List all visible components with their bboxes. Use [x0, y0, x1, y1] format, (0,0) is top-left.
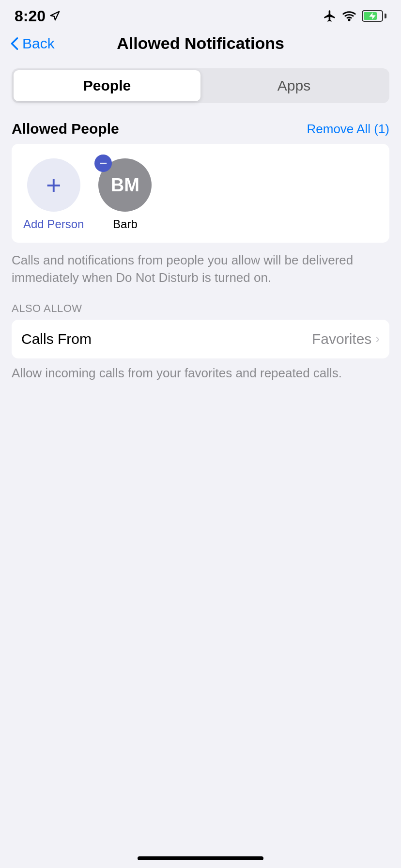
svg-marker-0: [51, 12, 59, 20]
back-chevron-icon: [10, 37, 19, 50]
status-bar: 8:20: [0, 0, 401, 29]
plus-icon: +: [46, 172, 62, 198]
allowed-people-header: Allowed People Remove All (1): [0, 111, 401, 144]
add-person-item: + Add Person: [23, 158, 84, 231]
calls-from-row[interactable]: Calls From Favorites ›: [12, 320, 389, 358]
battery-icon: [362, 10, 386, 22]
allowed-people-title: Allowed People: [12, 121, 119, 137]
back-label: Back: [22, 35, 55, 52]
calls-from-label: Calls From: [21, 331, 92, 347]
airplane-icon: [323, 9, 337, 23]
location-arrow-icon: [49, 11, 60, 21]
calls-from-current-value: Favorites: [312, 331, 371, 347]
remove-all-button[interactable]: Remove All (1): [307, 122, 390, 137]
svg-point-1: [349, 19, 350, 20]
home-indicator: [138, 856, 263, 860]
segment-people-label: People: [83, 78, 131, 94]
contact-initials: BM: [111, 175, 139, 196]
also-allow-label: ALSO ALLOW: [12, 302, 389, 315]
contact-barb: − BM Barb: [98, 158, 152, 231]
people-card: + Add Person − BM Barb: [12, 144, 389, 243]
segment-apps-label: Apps: [278, 78, 310, 94]
status-icons: [323, 9, 386, 23]
status-time: 8:20: [15, 7, 60, 25]
page-title: Allowed Notifications: [117, 34, 284, 53]
nav-bar: Back Allowed Notifications: [0, 29, 401, 61]
segment-people[interactable]: People: [14, 70, 200, 101]
svg-marker-2: [369, 13, 376, 20]
wifi-icon: [341, 9, 357, 23]
segment-control: People Apps: [12, 68, 389, 103]
segment-apps[interactable]: Apps: [200, 70, 387, 101]
time-display: 8:20: [15, 7, 46, 25]
calls-description: Allow incoming calls from your favorites…: [12, 364, 389, 382]
chevron-right-icon: ›: [375, 331, 380, 346]
bolt-icon: [368, 12, 377, 20]
add-person-label: Add Person: [23, 217, 84, 231]
contact-name-barb: Barb: [113, 217, 138, 231]
calls-from-value: Favorites ›: [312, 331, 380, 347]
back-button[interactable]: Back: [10, 35, 55, 52]
add-person-button[interactable]: +: [27, 158, 80, 212]
people-description: Calls and notifications from people you …: [12, 251, 389, 287]
